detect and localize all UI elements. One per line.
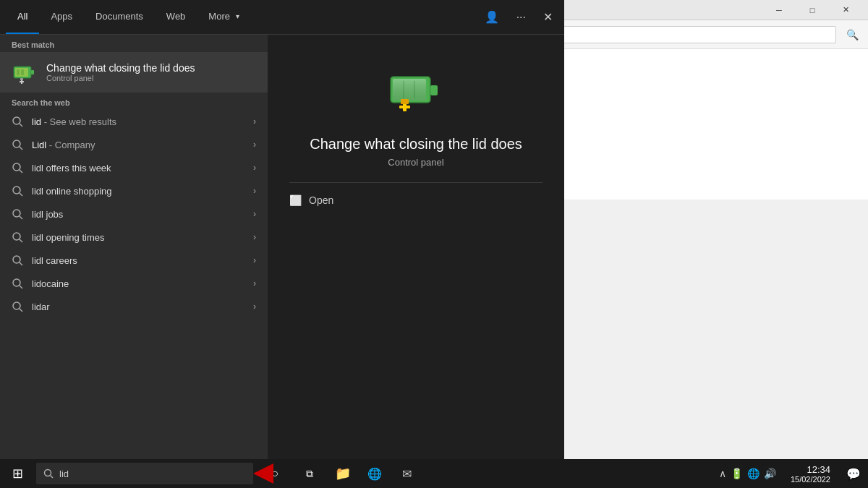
svg-rect-6 xyxy=(20,78,23,80)
ellipsis-button[interactable]: ··· xyxy=(511,8,532,27)
web-result-5[interactable]: lidl opening times › xyxy=(0,226,268,249)
arrow-icon-3: › xyxy=(253,186,256,196)
search-web-label: Search the web xyxy=(0,93,268,110)
clock-date: 15/02/2022 xyxy=(791,475,830,484)
tab-documents[interactable]: Documents xyxy=(84,0,155,34)
arrow-icon-7: › xyxy=(253,278,256,288)
right-panel-title: Change what closing the lid does xyxy=(310,136,522,153)
system-tray: ∧ 🔋 🌐 🔊 xyxy=(713,468,782,479)
svg-rect-28 xyxy=(393,79,426,100)
arrow-icon-2: › xyxy=(253,163,256,173)
arrow-icon-0: › xyxy=(253,116,256,127)
web-result-1[interactable]: Lidl - Company › xyxy=(0,133,268,156)
svg-line-21 xyxy=(20,262,22,265)
tab-icon-area: 👤 ··· ✕ xyxy=(479,7,558,27)
taskbar-right-area: ∧ 🔋 🌐 🔊 12:34 15/02/2022 💬 xyxy=(713,459,868,488)
search-web-icon-6 xyxy=(12,254,23,266)
web-result-2[interactable]: lidl offers this week › xyxy=(0,156,268,179)
taskbar-pinned-apps: 📁 🌐 ✉ xyxy=(327,459,422,488)
taskbar-red-arrow xyxy=(253,463,273,484)
svg-point-14 xyxy=(13,187,20,194)
svg-line-23 xyxy=(20,286,22,288)
taskbar-app-chrome[interactable]: 🌐 xyxy=(359,459,391,488)
tab-web[interactable]: Web xyxy=(155,0,197,34)
search-web-icon-4 xyxy=(12,208,23,220)
tab-all[interactable]: All xyxy=(6,0,39,34)
person-icon-button[interactable]: 👤 xyxy=(479,7,505,27)
svg-point-16 xyxy=(13,210,20,217)
best-match-item[interactable]: Change what closing the lid does Control… xyxy=(0,52,268,93)
svg-point-10 xyxy=(13,140,20,147)
open-label: Open xyxy=(309,194,333,206)
best-match-title: Change what closing the lid does xyxy=(46,62,256,74)
volume-icon[interactable]: 🔊 xyxy=(764,468,776,479)
maximize-button[interactable]: □ xyxy=(796,0,829,20)
svg-point-18 xyxy=(13,233,20,240)
search-results-right: Change what closing the lid does Control… xyxy=(268,35,564,459)
svg-rect-2 xyxy=(31,70,34,74)
tab-more[interactable]: More ▾ xyxy=(197,0,251,34)
search-button[interactable]: 🔍 xyxy=(842,25,862,45)
web-result-4[interactable]: lidl jobs › xyxy=(0,202,268,226)
arrow-icon-6: › xyxy=(253,255,256,265)
close-button[interactable]: ✕ xyxy=(829,0,862,20)
search-web-icon-1 xyxy=(12,139,23,150)
arrow-icon-4: › xyxy=(253,209,256,219)
svg-line-13 xyxy=(20,170,22,173)
best-match-label: Best match xyxy=(0,35,268,52)
search-results-left: Best match xyxy=(0,35,268,459)
search-web-icon-0 xyxy=(12,116,23,127)
arrow-icon-8: › xyxy=(253,301,256,312)
taskbar-clock[interactable]: 12:34 15/02/2022 xyxy=(782,459,839,488)
battery-icon[interactable]: 🔋 xyxy=(731,468,743,479)
minimize-button[interactable]: ─ xyxy=(762,0,796,20)
svg-line-11 xyxy=(20,147,22,150)
taskbar-search-text: lid xyxy=(59,468,246,479)
web-result-3[interactable]: lidl online shopping › xyxy=(0,179,268,202)
tab-apps[interactable]: Apps xyxy=(39,0,84,34)
battery-plug-icon xyxy=(12,59,38,85)
web-result-7[interactable]: lidocaine › xyxy=(0,272,268,295)
svg-point-35 xyxy=(45,470,51,476)
svg-point-12 xyxy=(13,163,20,171)
web-result-6[interactable]: lidl careers › xyxy=(0,249,268,272)
show-hidden-icons-button[interactable]: ∧ xyxy=(719,468,726,479)
svg-point-8 xyxy=(13,117,20,124)
network-icon[interactable]: 🌐 xyxy=(747,468,760,479)
start-menu: All Apps Documents Web More ▾ 👤 ··· ✕ Be… xyxy=(0,0,564,459)
svg-rect-3 xyxy=(17,69,20,75)
arrow-icon-5: › xyxy=(253,232,256,242)
search-web-icon-8 xyxy=(12,301,23,312)
web-result-8[interactable]: lidar › xyxy=(0,295,268,318)
clock-time: 12:34 xyxy=(807,464,830,475)
close-search-button[interactable]: ✕ xyxy=(537,7,558,27)
open-action[interactable]: ⬜ Open xyxy=(289,194,542,206)
taskbar-app-mail[interactable]: ✉ xyxy=(391,459,422,488)
svg-line-36 xyxy=(51,476,54,479)
svg-rect-34 xyxy=(399,106,410,108)
right-panel-icon xyxy=(387,64,445,121)
svg-point-20 xyxy=(13,256,20,263)
search-tabs: All Apps Documents Web More ▾ 👤 ··· ✕ xyxy=(0,0,564,35)
svg-line-25 xyxy=(20,309,22,312)
notification-center-button[interactable]: 💬 xyxy=(839,459,868,488)
svg-line-9 xyxy=(20,124,22,127)
search-web-icon-2 xyxy=(12,162,23,174)
chevron-down-icon: ▾ xyxy=(236,12,239,20)
open-icon: ⬜ xyxy=(289,194,302,206)
web-result-0[interactable]: lid - See web results › xyxy=(0,110,268,133)
best-match-text: Change what closing the lid does Control… xyxy=(46,62,256,82)
svg-point-22 xyxy=(13,279,20,286)
start-button[interactable]: ⊞ xyxy=(0,459,35,488)
taskbar-app-fileexplorer[interactable]: 📁 xyxy=(327,459,359,488)
search-body: Best match xyxy=(0,35,564,459)
svg-line-17 xyxy=(20,216,22,219)
taskbar-search-box[interactable]: lid xyxy=(36,463,253,484)
right-panel-divider xyxy=(289,182,542,183)
search-web-icon-5 xyxy=(12,231,23,243)
svg-point-24 xyxy=(13,302,20,309)
arrow-icon-1: › xyxy=(253,140,256,150)
task-view-button[interactable]: ⧉ xyxy=(295,459,324,488)
svg-rect-4 xyxy=(21,69,24,75)
taskbar: ⊞ lid ○ ⧉ 📁 🌐 ✉ ∧ 🔋 🌐 🔊 12:34 15/02/2022… xyxy=(0,459,868,488)
